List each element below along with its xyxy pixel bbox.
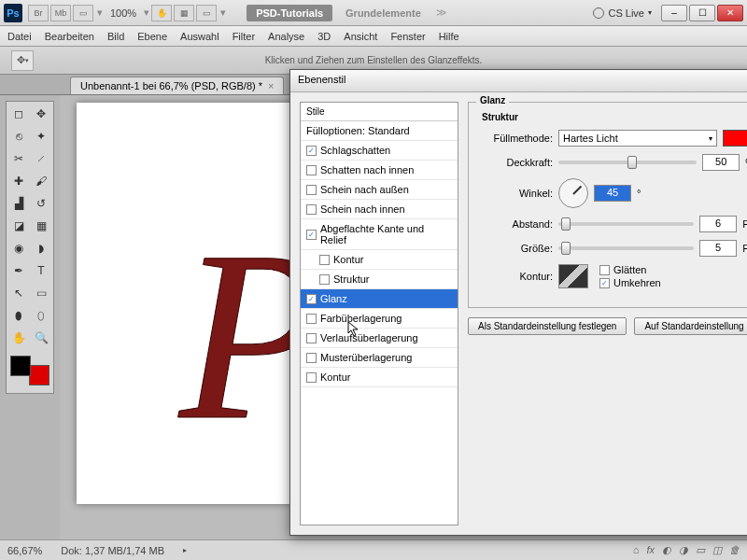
style-row[interactable]: Musterüberlagerung — [301, 348, 458, 368]
zoom-level[interactable]: 100% — [110, 7, 136, 19]
menu-ansicht[interactable]: Ansicht — [344, 31, 377, 42]
menu-auswahl[interactable]: Auswahl — [180, 31, 219, 42]
reset-default-button[interactable]: Auf Standardeinstellung — [634, 317, 747, 335]
mask-icon[interactable]: ◐ — [662, 544, 671, 556]
fx-icon[interactable]: fx — [646, 544, 655, 556]
fuellmethode-combo[interactable]: Hartes Licht — [558, 130, 717, 147]
status-dok[interactable]: Dok: 1,37 MB/1,74 MB — [61, 545, 164, 556]
menu-datei[interactable]: Datei — [7, 31, 32, 42]
style-checkbox[interactable] — [306, 333, 317, 343]
style-checkbox[interactable] — [319, 274, 330, 285]
link-icon[interactable]: ⌂ — [633, 544, 640, 556]
docs-icon[interactable]: ▭ — [196, 5, 217, 21]
new-layer-icon[interactable]: ◫ — [712, 544, 722, 556]
eraser-tool[interactable]: ◪ — [8, 216, 29, 236]
fill-options-row[interactable]: Fülloptionen: Standard — [301, 121, 458, 141]
style-row[interactable]: Kontur — [301, 250, 458, 270]
document-tab[interactable]: Unbenannt-1 bei 66,7% (PSD, RGB/8) * × — [70, 77, 284, 94]
dodge-tool[interactable]: ◗ — [31, 238, 51, 259]
style-checkbox[interactable] — [306, 204, 317, 215]
style-row[interactable]: Schlagschatten — [301, 141, 458, 161]
contour-picker[interactable] — [558, 264, 588, 288]
style-checkbox[interactable] — [306, 294, 317, 304]
shape-tool[interactable]: ▭ — [31, 283, 51, 303]
glaetten-checkbox[interactable]: Glätten — [599, 264, 661, 275]
background-color-swatch[interactable] — [29, 365, 49, 385]
menu-ebene[interactable]: Ebene — [137, 31, 167, 42]
menu-filter[interactable]: Filter — [233, 31, 255, 42]
bridge-icon[interactable]: Br — [28, 5, 49, 21]
menu-bearbeiten[interactable]: Bearbeiten — [45, 31, 94, 42]
marquee-tool[interactable]: ◻ — [8, 104, 29, 124]
workspace-tab-grund[interactable]: Grundelemente — [336, 5, 430, 21]
style-row[interactable]: Schein nach innen — [301, 200, 458, 219]
screen-mode-icon[interactable]: ▭ — [73, 5, 93, 21]
close-tab-icon[interactable]: × — [268, 80, 274, 91]
umkehren-checkbox[interactable]: Umkehren — [599, 277, 661, 288]
move-tool[interactable]: ✥ — [31, 104, 51, 124]
abstand-input[interactable]: 6 — [699, 216, 737, 232]
dialog-title[interactable]: Ebenenstil — [290, 70, 747, 92]
set-default-button[interactable]: Als Standardeinstellung festlegen — [468, 317, 627, 335]
style-row[interactable]: Farbüberlagerung — [301, 309, 458, 329]
style-checkbox[interactable] — [306, 146, 317, 156]
style-list-header[interactable]: Stile — [301, 103, 458, 121]
cslive-button[interactable]: CS Live ▾ — [593, 7, 652, 19]
lasso-tool[interactable]: ⎋ — [8, 126, 29, 147]
style-row[interactable]: Schatten nach innen — [301, 161, 458, 180]
maximize-button[interactable]: ☐ — [689, 5, 715, 21]
style-row[interactable]: Schein nach außen — [301, 180, 458, 200]
close-button[interactable]: ✕ — [717, 5, 743, 21]
style-checkbox[interactable] — [306, 314, 317, 324]
3d-tool[interactable]: ⬮ — [8, 305, 29, 326]
workspace-tab-psd[interactable]: PSD-Tutorials — [247, 5, 332, 21]
zoom-tool[interactable]: 🔍 — [31, 328, 51, 348]
menu-bild[interactable]: Bild — [107, 31, 124, 42]
crop-tool[interactable]: ✂ — [8, 148, 29, 169]
winkel-input[interactable]: 45 — [594, 185, 631, 202]
chevron-right-icon[interactable]: ≫ — [436, 7, 447, 19]
path-tool[interactable]: ↖ — [8, 283, 29, 303]
hand-tool-icon[interactable]: ✋ — [151, 5, 172, 21]
eyedropper-tool[interactable]: ⟋ — [31, 148, 51, 169]
wand-tool[interactable]: ✦ — [31, 126, 51, 147]
hand-tool[interactable]: ✋ — [8, 328, 29, 348]
winkel-dial[interactable] — [558, 178, 588, 208]
3d-camera-tool[interactable]: ⬯ — [31, 305, 51, 326]
chevron-right-icon[interactable]: ▸ — [183, 546, 187, 554]
style-checkbox[interactable] — [319, 255, 330, 265]
groesse-slider[interactable] — [558, 246, 694, 250]
style-row[interactable]: Glanz — [301, 289, 458, 309]
history-brush-tool[interactable]: ↺ — [31, 193, 51, 214]
type-tool[interactable]: T — [31, 260, 51, 281]
blur-tool[interactable]: ◉ — [8, 238, 29, 259]
stamp-tool[interactable]: ▟ — [8, 193, 29, 214]
style-checkbox[interactable] — [306, 230, 317, 240]
heal-tool[interactable]: ✚ — [8, 171, 29, 191]
style-row[interactable]: Abgeflachte Kante und Relief — [301, 219, 458, 250]
menu-3d[interactable]: 3D — [317, 31, 331, 42]
menu-fenster[interactable]: Fenster — [390, 31, 425, 42]
abstand-slider[interactable] — [558, 222, 694, 226]
style-checkbox[interactable] — [306, 185, 317, 195]
foreground-color-swatch[interactable] — [10, 356, 31, 376]
deckkraft-slider[interactable] — [558, 161, 697, 164]
menu-hilfe[interactable]: Hilfe — [439, 31, 459, 42]
gradient-tool[interactable]: ▦ — [31, 216, 51, 236]
minimize-button[interactable]: – — [661, 5, 687, 21]
style-checkbox[interactable] — [306, 165, 317, 175]
style-row[interactable]: Struktur — [301, 270, 458, 289]
groesse-input[interactable]: 5 — [699, 240, 737, 257]
minibridge-icon[interactable]: Mb — [50, 5, 71, 21]
trash-icon[interactable]: 🗑 — [729, 544, 740, 556]
style-checkbox[interactable] — [306, 353, 317, 363]
brush-tool[interactable]: 🖌 — [31, 171, 51, 191]
adjustment-icon[interactable]: ◑ — [679, 544, 688, 556]
style-row[interactable]: Verlaufsüberlagerung — [301, 329, 458, 348]
style-row[interactable]: Kontur — [301, 368, 458, 387]
color-swatches[interactable] — [8, 354, 51, 387]
status-zoom[interactable]: 66,67% — [7, 545, 42, 556]
style-checkbox[interactable] — [306, 372, 317, 383]
move-tool-icon[interactable]: ✥▾ — [11, 50, 34, 71]
folder-icon[interactable]: ▭ — [696, 544, 705, 556]
